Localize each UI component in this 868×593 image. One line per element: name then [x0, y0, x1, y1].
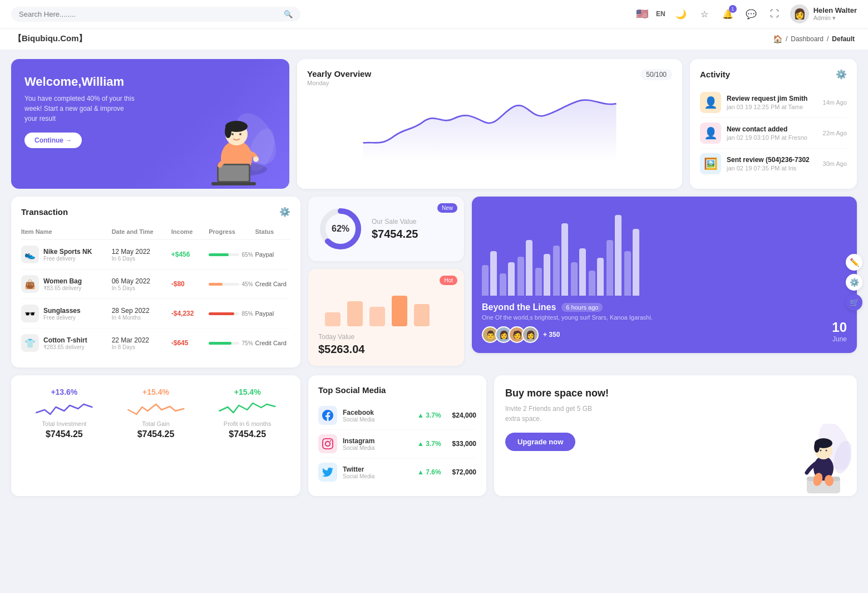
progress-1: 65% [209, 252, 253, 258]
sale-label: Our Sale Value [372, 218, 418, 226]
item-info-3: 🕶️ Sunglasses Free delivery [21, 305, 110, 322]
bar-chart-time: 6 hours ago [561, 303, 603, 312]
row2: Transaction ⚙️ Item Name Date and Time I… [11, 197, 857, 367]
activity-item-2: 👤 New contact added jan 02 19 03:10 PM a… [700, 118, 847, 149]
breadcrumb-bar: 【Biqubiqu.Com】 🏠 / Dashboard / Default [0, 28, 868, 50]
bar-chart-wrapper: Beyond the Lines 6 hours ago One Of the … [472, 197, 857, 367]
search-icon: 🔍 [284, 10, 293, 18]
stat-value-3: $7454.25 [204, 429, 290, 439]
item-name-4: Cotton T-shirt [43, 336, 87, 344]
stats-card: +13.6% Total Investment $7454.25 +15.4% … [11, 375, 300, 496]
col-item: Item Name [21, 228, 110, 235]
upgrade-title: Buy more space now! [505, 388, 846, 399]
item-icon-4: 👕 [21, 334, 39, 352]
topnav-right: 🇺🇸 EN 🌙 ☆ 🔔 1 💬 ⛶ 👩 Helen Walter Admin ▾ [636, 4, 857, 23]
date-sub-1: In 6 Days [112, 256, 169, 262]
yearly-overview-card: Yearly Overview Monday 50/100 [297, 59, 682, 189]
row1: Welcome,William You have completed 40% o… [11, 59, 857, 189]
stat-pct-2: +15.4% [113, 388, 199, 396]
col-income: Income [171, 228, 206, 235]
date-1: 12 May 2022 [112, 248, 169, 256]
svg-rect-11 [211, 182, 256, 185]
upgrade-card: Buy more space now! Invite 2 Friends and… [494, 375, 857, 496]
user-menu[interactable]: 👩 Helen Walter Admin ▾ [790, 4, 857, 23]
transaction-title: Transaction [21, 207, 68, 217]
transaction-settings-icon[interactable]: ⚙️ [279, 207, 290, 217]
today-badge: Hot [440, 276, 457, 285]
date-2: 06 May 2022 [112, 277, 169, 285]
date-3: 28 Sep 2022 [112, 307, 169, 315]
chat-icon[interactable]: 💬 [743, 6, 759, 22]
date-sub-4: In 8 Days [112, 344, 169, 350]
social-info-fb: Facebook Social Media [343, 409, 412, 423]
tw-name: Twitter [343, 465, 412, 473]
lang-label[interactable]: EN [656, 10, 665, 18]
stat-pct-1: +13.6% [21, 388, 107, 396]
theme-toggle[interactable]: 🌙 [673, 6, 689, 22]
user-role: Admin ▾ [813, 14, 857, 22]
fullscreen-icon[interactable]: ⛶ [767, 6, 782, 22]
col-status: Status [255, 228, 290, 235]
social-card: Top Social Media Facebook Social Media ▲… [308, 375, 486, 496]
search-input[interactable] [19, 10, 279, 18]
table-row-3: 🕶️ Sunglasses Free delivery 28 Sep 2022 … [21, 299, 290, 329]
side-icon-3[interactable]: 🛒 [846, 294, 862, 311]
yearly-title: Yearly Overview [307, 69, 371, 79]
item-icon-1: 👟 [21, 246, 39, 263]
home-icon[interactable]: 🏠 [773, 35, 782, 43]
topnav: 🔍 🇺🇸 EN 🌙 ☆ 🔔 1 💬 ⛶ 👩 Helen Walter Admin… [0, 0, 868, 28]
breadcrumb-dashboard[interactable]: Dashboard [791, 35, 823, 43]
status-4: Credit Card [255, 340, 290, 346]
social-info-ig: Instagram Social Media [343, 437, 412, 451]
search-bar[interactable]: 🔍 [11, 7, 300, 22]
main-content: Welcome,William You have completed 40% o… [0, 50, 868, 505]
svg-point-30 [820, 450, 822, 452]
date-corner: 10 June [832, 320, 847, 343]
table-row-2: 👜 Women Bag ₹83.65 delivery 06 May 2022 … [21, 269, 290, 299]
breadcrumb-current: Default [832, 35, 855, 43]
stat-item-1: +13.6% Total Investment $7454.25 [21, 388, 107, 484]
side-icon-1[interactable]: ✏️ [846, 254, 862, 271]
item-icon-3: 🕶️ [21, 305, 39, 322]
status-3: Paypal [255, 310, 290, 317]
fb-amount: $24,000 [452, 411, 476, 419]
svg-rect-16 [347, 301, 363, 326]
favorites-icon[interactable]: ☆ [697, 6, 712, 22]
activity-thumb-1: 👤 [700, 92, 721, 113]
ig-name: Instagram [343, 437, 412, 445]
item-sub-3: Free delivery [43, 315, 81, 321]
col-progress: Progress [209, 228, 253, 235]
breadcrumb: 🏠 / Dashboard / Default [773, 35, 855, 43]
bar-chart [482, 207, 847, 296]
notifications-icon[interactable]: 🔔 1 [720, 6, 736, 22]
activity-title: Activity [700, 70, 730, 79]
item-info-2: 👜 Women Bag ₹83.65 delivery [21, 275, 110, 293]
welcome-message: You have completed 40% of your this week… [24, 94, 136, 124]
today-bar-chart [318, 279, 454, 329]
stat-label-2: Total Gain [113, 420, 199, 427]
svg-rect-10 [219, 165, 249, 181]
avatar: 👩 [790, 4, 809, 23]
donut-chart: 62% [318, 207, 363, 251]
stat-item-2: +15.4% Total Gain $7454.25 [113, 388, 199, 484]
upgrade-button[interactable]: Upgrade now [505, 433, 575, 451]
ig-type: Social Media [343, 445, 412, 451]
breadcrumb-sep1: / [786, 35, 787, 43]
item-info-1: 👟 Nike Sports NK Free delivery [21, 246, 110, 263]
continue-button[interactable]: Continue → [24, 133, 82, 148]
svg-point-7 [231, 133, 234, 135]
activity-settings-icon[interactable]: ⚙️ [836, 69, 847, 80]
welcome-greeting: Welcome,William [24, 75, 276, 89]
side-icon-2[interactable]: ⚙️ [846, 274, 862, 291]
sale-badge: New [437, 203, 457, 213]
sparkline-2 [113, 399, 199, 419]
notification-badge: 1 [729, 5, 737, 13]
svg-point-31 [826, 450, 827, 452]
sale-amount: $7454.25 [372, 228, 418, 241]
date-sub-2: In 5 Days [112, 285, 169, 291]
activity-name-1: Review request jim Smith [727, 95, 817, 102]
svg-rect-15 [325, 312, 341, 326]
svg-rect-17 [369, 307, 385, 326]
bar-chart-title: Beyond the Lines [482, 302, 556, 312]
bar-chart-card: Beyond the Lines 6 hours ago One Of the … [472, 197, 857, 353]
